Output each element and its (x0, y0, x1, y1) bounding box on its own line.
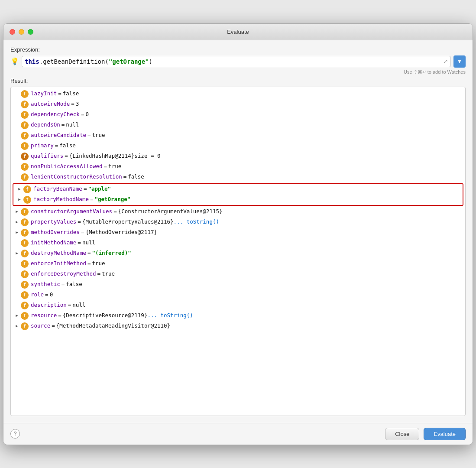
field-icon: f (21, 111, 29, 119)
field-name: synthetic (31, 280, 60, 289)
tree-item[interactable]: ▶fprimary = false (11, 141, 465, 151)
field-icon: f (21, 142, 29, 150)
field-icon: f (21, 90, 29, 98)
expression-input[interactable]: this.getBeanDefinition("getOrange") ⤢ (22, 56, 451, 67)
field-link[interactable]: ... toString() (174, 218, 219, 226)
tree-item[interactable]: ▶frole = 0 (11, 290, 465, 300)
tree-arrow[interactable]: ▶ (14, 324, 19, 329)
field-eq: = (84, 185, 87, 193)
tree-item[interactable]: ▶fautowireCandidate = true (11, 130, 465, 141)
field-name: constructorArgumentValues (31, 208, 112, 216)
field-name: autowireCandidate (31, 131, 86, 140)
tree-item[interactable]: ▶finitMethodName = null (11, 238, 465, 248)
tree-item[interactable]: ▶fnonPublicAccessAllowed = true (11, 162, 465, 172)
evaluate-button[interactable]: Evaluate (424, 428, 466, 440)
field-name: enforceDestroyMethod (31, 270, 96, 278)
field-icon: f (21, 132, 29, 140)
field-eq: = (71, 100, 74, 108)
field-name: source (31, 322, 50, 330)
field-value: "apple" (88, 185, 111, 193)
tree-item[interactable]: ▶fmethodOverrides = {MethodOverrides@211… (11, 228, 465, 238)
tree-item[interactable]: ▶fsource = {MethodMetadataReadingVisitor… (11, 321, 465, 332)
field-icon: f (21, 239, 29, 247)
field-icon: f (23, 196, 31, 204)
field-value: {DescriptiveResource@2119} (63, 312, 148, 320)
field-value: true (102, 270, 115, 278)
field-icon: f (21, 101, 29, 108)
field-extra: size = 0 (134, 152, 160, 160)
field-eq: = (62, 280, 65, 289)
expression-row: 💡 this.getBeanDefinition("getOrange") ⤢ … (10, 55, 466, 68)
field-value: false (66, 280, 82, 289)
titlebar: Evaluate (3, 24, 473, 40)
tree-item[interactable]: ▶fdependencyCheck = 0 (11, 110, 465, 120)
dropdown-button[interactable]: ▼ (453, 55, 466, 68)
field-eq: = (62, 121, 65, 129)
field-eq: = (58, 312, 62, 320)
minimize-button[interactable] (19, 29, 24, 35)
tree-item[interactable]: ▶fdependsOn = null (11, 120, 465, 130)
field-value: 3 (76, 100, 79, 108)
field-icon: f (21, 218, 29, 226)
tree-item[interactable]: ▶ffactoryBeanName = "apple" (13, 184, 463, 195)
bulb-icon: 💡 (10, 57, 19, 65)
field-icon: f (21, 260, 29, 268)
field-icon: f (21, 281, 29, 289)
field-value: {ConstructorArgumentValues@2115} (118, 208, 223, 216)
field-icon: f (21, 208, 29, 216)
field-icon: f (21, 163, 29, 171)
expand-icon[interactable]: ⤢ (444, 58, 448, 65)
tree-arrow[interactable]: ▶ (17, 197, 22, 202)
tree-item[interactable]: ▶fpropertyValues = {MutablePropertyValue… (11, 217, 465, 228)
field-icon: f (21, 153, 29, 160)
tree-item[interactable]: ▶fconstructorArgumentValues = {Construct… (11, 207, 465, 217)
tree-arrow[interactable]: ▶ (14, 209, 19, 214)
tree-arrow[interactable]: ▶ (14, 313, 19, 318)
field-eq: = (58, 90, 62, 98)
help-button[interactable]: ? (10, 429, 20, 439)
field-name: role (31, 291, 44, 299)
field-eq: = (68, 301, 71, 309)
tree-item[interactable]: ▶fqualifiers = {LinkedHashMap@2114} size… (11, 151, 465, 162)
footer: ? Close Evaluate (3, 423, 473, 445)
tree-arrow[interactable]: ▶ (14, 251, 19, 256)
field-value: null (66, 121, 79, 129)
field-name: initMethodName (31, 239, 76, 247)
tree-item[interactable]: ▶flazyInit = false (11, 89, 465, 99)
tree-item[interactable]: ▶fenforceDestroyMethod = true (11, 269, 465, 280)
evaluate-window: Evaluate Expression: 💡 this.getBeanDefin… (3, 23, 473, 445)
tree-item[interactable]: ▶fautowireMode = 3 (11, 99, 465, 110)
field-link[interactable]: ... toString() (147, 312, 193, 320)
tree-item[interactable]: ▶fdescription = null (11, 300, 465, 311)
field-eq: = (45, 291, 49, 299)
expression-label: Expression: (10, 46, 466, 53)
field-eq: = (97, 270, 101, 278)
tree-arrow[interactable]: ▶ (17, 187, 22, 192)
field-eq: = (87, 249, 91, 257)
field-name: nonPublicAccessAllowed (31, 162, 103, 171)
content-area: Expression: 💡 this.getBeanDefinition("ge… (3, 40, 473, 423)
field-value: 0 (85, 110, 89, 119)
close-button[interactable]: Close (385, 428, 419, 440)
field-eq: = (123, 173, 127, 181)
tree-item[interactable]: ▶fdestroyMethodName = "(inferred)" (11, 248, 465, 259)
tree-item[interactable]: ▶ffactoryMethodName = "getOrange" (13, 195, 463, 205)
expr-string: "getOrange" (109, 58, 149, 65)
tree-arrow[interactable]: ▶ (14, 220, 19, 225)
tree-item[interactable]: ▶fenforceInitMethod = true (11, 259, 465, 269)
field-name: dependsOn (31, 121, 60, 129)
field-value: null (82, 239, 95, 247)
tree-arrow[interactable]: ▶ (14, 230, 19, 235)
field-value: 0 (50, 291, 53, 299)
close-window-button[interactable] (10, 29, 15, 35)
field-eq: = (81, 228, 84, 237)
tree-item[interactable]: ▶flenientConstructorResolution = false (11, 172, 465, 182)
expr-keyword: this (25, 58, 39, 65)
maximize-button[interactable] (28, 29, 33, 35)
field-value: true (92, 260, 105, 268)
field-name: propertyValues (31, 218, 76, 226)
result-panel[interactable]: ▶flazyInit = false▶fautowireMode = 3▶fde… (10, 87, 466, 416)
tree-item[interactable]: ▶fresource = {DescriptiveResource@2119} … (11, 311, 465, 321)
field-value: "getOrange" (94, 195, 130, 204)
tree-item[interactable]: ▶fsynthetic = false (11, 280, 465, 290)
